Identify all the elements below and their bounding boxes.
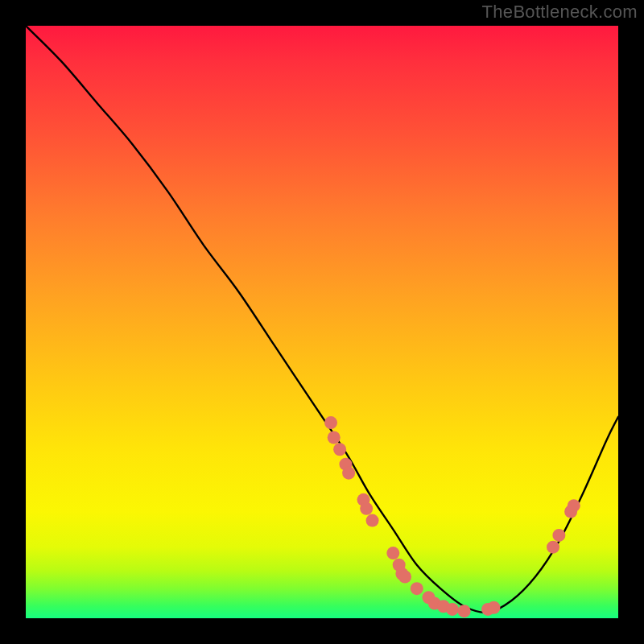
curve-markers: [324, 416, 580, 617]
curve-marker: [342, 467, 355, 480]
curve-marker: [324, 416, 337, 429]
curve-marker: [552, 529, 565, 542]
bottleneck-curve: [26, 26, 618, 613]
curve-marker: [360, 502, 373, 515]
curve-marker: [328, 431, 341, 444]
plot-area: [26, 26, 618, 618]
chart-frame: TheBottleneck.com: [0, 0, 644, 644]
curve-marker: [568, 499, 580, 512]
curve-marker: [411, 582, 423, 595]
curve-marker: [398, 570, 411, 583]
curve-marker: [458, 605, 471, 617]
curve-marker: [446, 603, 459, 616]
curve-marker: [366, 514, 379, 527]
curve-marker: [333, 443, 346, 456]
curve-marker: [386, 547, 399, 559]
watermark-text: TheBottleneck.com: [482, 2, 638, 23]
curve-marker: [547, 541, 559, 554]
curve-marker: [487, 601, 500, 614]
chart-svg: [26, 26, 618, 618]
